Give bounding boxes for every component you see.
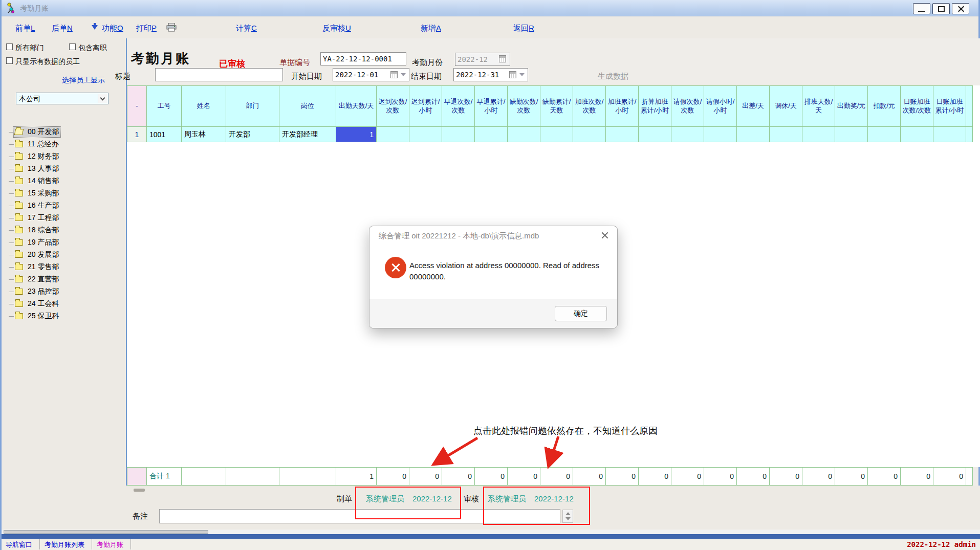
empty-cell[interactable] — [868, 127, 901, 142]
empty-cell[interactable] — [704, 127, 737, 142]
empty-cell[interactable] — [835, 127, 868, 142]
column-header-empno[interactable]: 工号 — [147, 86, 182, 127]
position-cell[interactable]: 开发部经理 — [279, 127, 336, 142]
splitter-handle[interactable] — [134, 489, 145, 492]
all-departments-checkbox[interactable] — [6, 43, 13, 50]
empty-cell[interactable] — [901, 127, 933, 142]
column-header[interactable]: 折算加班累计/小时 — [639, 86, 671, 127]
empty-cell[interactable] — [508, 127, 540, 142]
empty-cell[interactable] — [377, 127, 409, 142]
column-header[interactable]: 日账加班累计/小时 — [933, 86, 966, 127]
toolbar-return-button[interactable]: 返回R — [513, 24, 534, 33]
select-employee-display-link[interactable]: 选择员工显示 — [62, 76, 105, 85]
toolbar-new-button[interactable]: 新增A — [421, 24, 441, 33]
empty-cell[interactable] — [540, 127, 573, 142]
column-header[interactable]: 扣款/元 — [868, 86, 901, 127]
empty-cell[interactable] — [606, 127, 639, 142]
column-header[interactable]: 调休/天 — [770, 86, 802, 127]
column-header[interactable]: 请假小时/小时 — [704, 86, 737, 127]
ok-button[interactable]: 确定 — [555, 306, 607, 321]
toolbar-prev-button[interactable]: 前单L — [15, 24, 35, 33]
attendance-cell-selected[interactable]: 1 — [336, 127, 377, 142]
tree-item-department[interactable]: 24 工会科 — [2, 298, 126, 310]
tree-item-department[interactable]: 17 工程部 — [2, 212, 126, 224]
company-scope-select[interactable]: 本公司 — [16, 93, 108, 104]
calendar-icon[interactable] — [509, 71, 516, 78]
empty-cell[interactable] — [737, 127, 770, 142]
name-cell[interactable]: 周玉林 — [182, 127, 226, 142]
table-row[interactable]: 1 1001 周玉林 开发部 开发部经理 1 — [127, 127, 973, 142]
corner-header-cell[interactable]: - — [127, 86, 147, 127]
column-header[interactable]: 缺勤累计/天数 — [540, 86, 573, 127]
only-data-employees-checkbox[interactable] — [6, 57, 13, 64]
tree-item-department[interactable]: 23 品控部 — [2, 285, 126, 298]
empty-cell[interactable] — [573, 127, 606, 142]
tree-item-department[interactable]: 20 发展部 — [2, 249, 126, 261]
tree-item-department[interactable]: 12 财务部 — [2, 150, 126, 163]
toolbar-functions-button[interactable]: 功能O — [102, 24, 123, 33]
column-header[interactable]: 出差/天 — [737, 86, 770, 127]
column-header[interactable]: 出勤奖/元 — [835, 86, 868, 127]
row-number-cell[interactable]: 1 — [127, 127, 147, 142]
column-header[interactable]: 早退累计/小时 — [475, 86, 508, 127]
combo-dropdown-button[interactable] — [98, 94, 107, 103]
statusbar-tab-monthly-active[interactable]: 考勤月账 — [97, 540, 123, 549]
tree-item-department[interactable]: 21 零售部 — [2, 261, 126, 273]
empty-cell[interactable] — [802, 127, 835, 142]
empty-cell[interactable] — [671, 127, 704, 142]
tree-item-department[interactable]: 19 产品部 — [2, 236, 126, 249]
column-header-dept[interactable]: 部门 — [226, 86, 279, 127]
dept-cell[interactable]: 开发部 — [226, 127, 279, 142]
empno-cell[interactable]: 1001 — [147, 127, 182, 142]
empty-cell[interactable] — [933, 127, 966, 142]
column-header-position[interactable]: 岗位 — [279, 86, 336, 127]
generate-data-label[interactable]: 生成数据 — [598, 72, 628, 81]
minimize-button[interactable] — [913, 3, 930, 14]
calendar-icon[interactable] — [390, 71, 398, 78]
end-date-input[interactable] — [453, 68, 528, 81]
chevron-down-icon[interactable] — [401, 73, 406, 76]
doc-no-input[interactable] — [320, 52, 406, 65]
maximize-button[interactable] — [932, 3, 950, 14]
horizontal-scrollbar[interactable] — [2, 530, 980, 534]
column-header[interactable]: 缺勤次数/次数 — [508, 86, 540, 127]
empty-cell[interactable] — [770, 127, 802, 142]
start-date-input[interactable] — [333, 68, 409, 81]
column-header[interactable]: 早退次数/次数 — [442, 86, 475, 127]
tree-item-department[interactable]: 11 总经办 — [2, 138, 126, 150]
empty-cell[interactable] — [639, 127, 671, 142]
include-resigned-checkbox[interactable] — [69, 43, 76, 50]
tree-item-department[interactable]: 25 保卫科 — [2, 310, 126, 322]
statusbar-tab-navigation[interactable]: 导航窗口 — [6, 540, 32, 549]
tree-item-department[interactable]: 16 生产部 — [2, 200, 126, 212]
column-header[interactable]: 加班次数/次数 — [573, 86, 606, 127]
chevron-down-icon[interactable] — [519, 73, 525, 76]
tree-item-department[interactable]: 13 人事部 — [2, 163, 126, 175]
calendar-icon[interactable] — [499, 55, 506, 62]
tree-item-department[interactable]: 14 销售部 — [2, 175, 126, 187]
column-header[interactable]: 请假次数/次数 — [671, 86, 704, 127]
printer-icon[interactable] — [166, 23, 177, 32]
subject-input[interactable] — [155, 68, 283, 81]
column-header[interactable]: 日账加班次数/次数 — [901, 86, 933, 127]
column-header[interactable]: 迟到次数/次数 — [377, 86, 409, 127]
column-header[interactable]: 加班累计/小时 — [606, 86, 639, 127]
empty-cell[interactable] — [475, 127, 508, 142]
tree-item-department[interactable]: 15 采购部 — [2, 187, 126, 200]
tree-item-selected-department[interactable]: 00 开发部 — [2, 126, 126, 138]
toolbar-print-button[interactable]: 打印P — [136, 24, 157, 33]
column-header[interactable]: 排班天数/天 — [802, 86, 835, 127]
dialog-close-icon[interactable] — [601, 231, 609, 239]
scrollbar-thumb[interactable] — [4, 530, 208, 534]
toolbar-next-button[interactable]: 后单N — [52, 24, 73, 33]
column-header-name[interactable]: 姓名 — [182, 86, 226, 127]
column-header[interactable]: 迟到累计/小时 — [409, 86, 442, 127]
close-button[interactable] — [952, 3, 969, 14]
toolbar-calculate-button[interactable]: 计算C — [236, 24, 257, 33]
column-header-attendance[interactable]: 出勤天数/天 — [336, 86, 377, 127]
tree-item-department[interactable]: 22 直营部 — [2, 273, 126, 285]
empty-cell[interactable] — [442, 127, 475, 142]
tree-item-department[interactable]: 18 综合部 — [2, 224, 126, 236]
toolbar-unaudit-button[interactable]: 反审核U — [322, 24, 351, 33]
statusbar-tab-monthly-list[interactable]: 考勤月账列表 — [45, 540, 84, 549]
